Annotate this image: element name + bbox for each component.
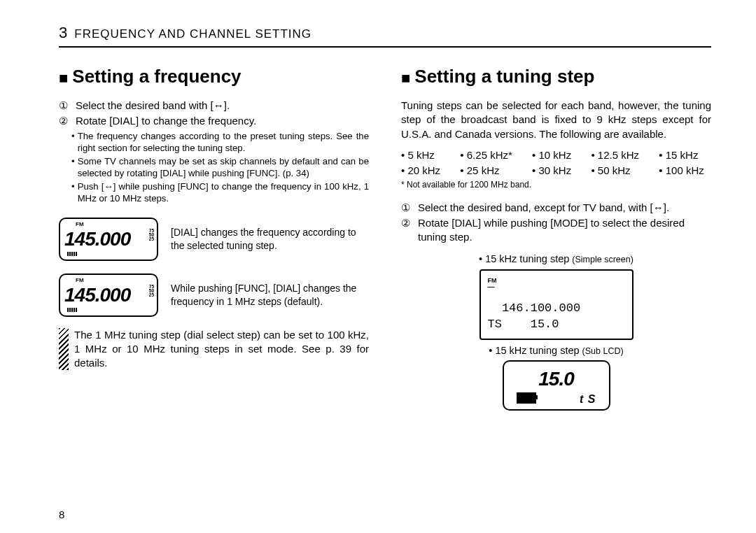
ts-item: • 10 kHz [532,148,578,162]
simple-line2: TS 15.0 [488,317,625,333]
lcd1-meter-icon [67,251,102,257]
r-step-mark-1: ① [401,201,414,215]
sublcd-box: 15.0 t S [503,360,610,411]
note-text: The 1 MHz tuning step (dial select step)… [74,328,369,371]
caption-simple: • 15 kHz tuning step (Simple screen) [401,253,711,266]
lcd1-caption: [DIAL] changes the frequency according t… [171,226,369,251]
lcd2-scale: 75 50 25 [149,285,154,298]
caption-sublcd: • 15 kHz tuning step (Sub LCD) [401,344,711,358]
lcd2-caption: While pushing [FUNC], [DIAL] changes the… [171,282,369,307]
column-right: ■Setting a tuning step Tuning steps can … [401,64,711,411]
note-block: The 1 MHz tuning step (dial select step)… [59,328,369,371]
intro-text: Tuning steps can be selected for each ba… [401,99,711,141]
lcd-row-1: FM 145.000 75 50 25 [DIAL] changes the f… [59,218,369,261]
ts-item: • 6.25 kHz* [460,148,519,162]
simple-screen-box: FM 146.100.000 TS 15.0 [479,269,634,340]
r-step-2: ② Rotate [DIAL] while pushing [MODE] to … [401,216,711,245]
r-step-mark-2: ② [401,216,414,245]
lcd2-frequency: 145.000 [64,282,130,308]
ts-item: • 20 kHz [401,164,447,178]
hatch-icon [59,328,69,371]
lcd-display-1: FM 145.000 75 50 25 [59,218,158,261]
step-mark-2: ② [59,114,71,128]
chapter-title: FREQUENCY AND CHANNEL SETTING [74,27,312,41]
r-step-1: ① Select the desired band, except for TV… [401,201,711,215]
tuning-step-list: • 5 kHz • 6.25 kHz* • 10 kHz • 12.5 kHz … [401,148,711,178]
chapter-header: 3 FREQUENCY AND CHANNEL SETTING [59,24,711,48]
page: 3 FREQUENCY AND CHANNEL SETTING ■Setting… [0,0,756,533]
section-title-left: ■Setting a frequency [59,64,369,89]
step-1-text: Select the desired band with [↔]. [76,99,230,113]
lcd1-frequency: 145.000 [64,226,130,253]
page-number: 8 [59,509,64,520]
sub-3: •Push [↔] while pushing [FUNC] to change… [71,180,369,204]
sublcd-ts: t S [580,392,596,407]
sub-2: •Some TV channels may be set as skip cha… [71,155,369,179]
lcd-row-2: FM 145.000 75 50 25 While pushing [FUNC]… [59,273,369,317]
step-1: ① Select the desired band with [↔]. [59,99,369,113]
ts-item: • 15 kHz [659,148,711,162]
ts-item: • 100 kHz [659,164,711,178]
two-columns: ■Setting a frequency ① Select the desire… [59,64,711,411]
ts-item: • 30 kHz [532,164,578,178]
sub-1: •The frequency changes according to the … [71,130,369,154]
ts-item: • 50 kHz [591,164,646,178]
ts-item: • 12.5 kHz [591,148,646,162]
ts-item: • 5 kHz [401,148,447,162]
step-2-text: Rotate [DIAL] to change the frequency. [76,114,256,128]
simple-line1: 146.100.000 [488,301,625,317]
simple-fm: FM [488,276,625,285]
title-text: Setting a tuning step [414,66,594,87]
section-title-right: ■Setting a tuning step [401,64,711,89]
lcd1-scale: 75 50 25 [149,229,154,242]
step-mark-1: ① [59,99,71,113]
chapter-number: 3 [59,24,67,42]
lcd2-meter-icon [67,307,102,313]
r-step-2-text: Rotate [DIAL] while pushing [MODE] to se… [418,216,711,245]
square-bullet-icon: ■ [59,69,68,87]
column-left: ■Setting a frequency ① Select the desire… [59,64,369,411]
sublcd-main: 15.0 [504,366,609,392]
ts-footnote: * Not available for 1200 MHz band. [401,179,711,190]
square-bullet-icon: ■ [401,69,410,87]
title-text: Setting a frequency [72,66,241,87]
r-step-1-text: Select the desired band, except for TV b… [418,201,669,215]
battery-icon [517,392,536,404]
lcd-display-2: FM 145.000 75 50 25 [59,273,158,317]
ts-item: • 25 kHz [460,164,519,178]
step-2: ② Rotate [DIAL] to change the frequency. [59,114,369,128]
